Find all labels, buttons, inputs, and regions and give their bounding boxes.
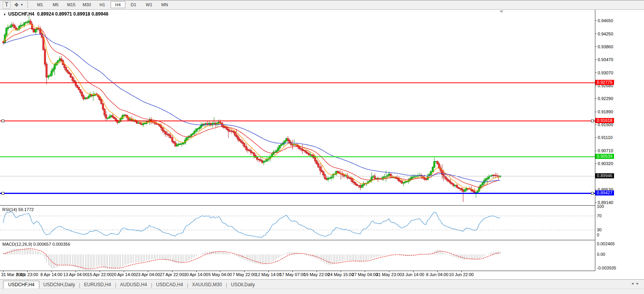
rsi-axis-label: 100 [597, 204, 604, 209]
macd-axis-label: 0.002465 [597, 241, 615, 246]
toolbar-grip [27, 2, 29, 8]
rsi-label: RSI(14) 59.1772 [2, 207, 34, 212]
price-line-label: 0.92775 [595, 80, 614, 85]
price-line-label: 0.89946 [595, 173, 614, 178]
timeframe-button-w1[interactable]: W1 [142, 1, 157, 8]
timeframe-button-h1[interactable]: H1 [95, 1, 110, 8]
date-label: 30 Apr 14:00 [184, 272, 208, 277]
date-label: 13 Apr 04:00 [63, 272, 88, 277]
price-line-label: 0.90539 [595, 154, 614, 159]
date-label: 7 May 22:00 [232, 272, 256, 277]
date-label: 27 May 04:00 [352, 272, 378, 277]
price-tick-label: 0.93070 [595, 70, 613, 75]
rsi-axis-label: 70 [597, 213, 602, 218]
timeframe-button-mn[interactable]: MN [157, 1, 172, 8]
price-tick-label: 0.94250 [595, 32, 613, 36]
symbol-timeframe: USDCHF,H4 [8, 11, 34, 17]
rsi-axis-label: 0 [597, 232, 599, 237]
date-label: 31 May 23:00 [376, 272, 402, 277]
arrows-glyph: ✥ [14, 2, 19, 8]
tab-scroll-left-icon[interactable]: ◂ [632, 281, 637, 285]
chart-ohlc-readout: ▼USDCHF,H4 0.89924 0.89971 0.89918 0.899… [3, 11, 108, 17]
tab-scroll-right-icon[interactable]: ▸ [637, 281, 642, 285]
timeframe-button-m30[interactable]: M30 [79, 1, 94, 8]
date-label: 3 Jun 14:00 [402, 272, 424, 277]
chart-tab[interactable]: USDCAD,H4 [152, 281, 187, 289]
chart-tab[interactable]: AUDUSD,H4 [116, 281, 151, 289]
chart-tab[interactable]: USOil,Daily [227, 281, 259, 289]
price-line-label: 0.89427 [595, 190, 614, 195]
status-strip [0, 289, 644, 294]
timeframe-button-m1[interactable]: M1 [33, 1, 48, 8]
price-chart-canvas[interactable] [0, 10, 595, 205]
date-label: 8 Apr 14:00 [40, 272, 62, 277]
chart-tab[interactable]: EURUSD,H4 [80, 281, 115, 289]
price-tick-label: 0.94650 [595, 18, 613, 23]
text-tool-icon[interactable]: T [3, 1, 11, 9]
line-drag-handle[interactable] [591, 120, 594, 122]
rsi-axis-label: 30 [597, 227, 602, 232]
collapse-triangle-icon[interactable]: ▼ [3, 13, 6, 16]
date-label: 5 Apr 23:00 [16, 272, 38, 277]
chart-tab-bar: USDCHF,H4USDCNH,Daily|EURUSD,H4|AUDUSD,H… [0, 279, 644, 289]
chevron-down-icon[interactable]: ▼ [20, 3, 23, 7]
tab-scroll-arrows: ◂▸ [632, 281, 642, 285]
line-drag-handle[interactable] [2, 192, 4, 195]
date-label: 24 May 15:00 [328, 272, 354, 277]
chart-shift-marker[interactable] [500, 11, 503, 13]
price-tick-label: 0.91110 [595, 135, 612, 140]
arrow-objects-icon[interactable]: ✥ ▼ [14, 2, 23, 8]
date-label: 20 Apr 14:00 [112, 272, 136, 277]
macd-axis-label: 0.00 [597, 252, 605, 257]
price-tick-label: 0.91890 [595, 109, 613, 114]
mt4-window: T ✥ ▼ M1M5M15M30H1H4D1W1MN ▼USDCHF,H4 0.… [0, 0, 644, 294]
chart-tab[interactable]: XAUUSD,M30 [188, 281, 226, 289]
top-toolbar: T ✥ ▼ M1M5M15M30H1H4D1W1MN [0, 0, 644, 10]
date-label: 19 May 22:00 [304, 272, 330, 277]
timeframe-button-m5[interactable]: M5 [48, 1, 63, 8]
macd-axis-label: -0.003935 [597, 266, 616, 270]
panel-separator[interactable] [0, 205, 595, 206]
macd-panel-canvas[interactable] [0, 240, 595, 271]
rsi-panel-canvas[interactable] [0, 206, 595, 240]
date-axis[interactable]: 31 Mar 20215 Apr 23:008 Apr 14:0013 Apr … [0, 271, 644, 279]
ohlc-values: 0.89924 0.89971 0.89918 0.89946 [37, 11, 109, 17]
date-label: 5 May 04:00 [208, 272, 232, 277]
price-line-label: 0.91618 [595, 118, 614, 123]
chart-tab[interactable]: USDCHF,H4 [3, 281, 39, 289]
panel-separator[interactable] [0, 240, 595, 240]
timeframe-toolbar: M1M5M15M30H1H4D1W1MN [32, 1, 172, 8]
price-tick-label: 0.90320 [595, 161, 613, 166]
price-tick-label: 0.92290 [595, 96, 613, 101]
timeframe-button-h4[interactable]: H4 [111, 1, 125, 8]
chart-tab[interactable]: USDCNH,Daily [39, 281, 79, 289]
date-label: 23 Apr 04:00 [135, 272, 160, 277]
price-tick-label: 0.93470 [595, 57, 613, 62]
price-tick-label: 0.90710 [595, 148, 613, 153]
timeframe-button-m15[interactable]: M15 [64, 1, 79, 8]
date-label: 12 May 14:00 [255, 272, 282, 277]
line-drag-handle[interactable] [2, 120, 4, 122]
date-label: 15 Apr 22:00 [88, 272, 112, 277]
price-tick-label: 0.93860 [595, 44, 613, 49]
date-label: 17 May 07:00 [280, 272, 306, 277]
timeframe-button-d1[interactable]: D1 [126, 1, 141, 8]
line-drag-handle[interactable] [591, 192, 594, 195]
date-label: 8 Jun 04:00 [426, 272, 449, 277]
chart-window-top-border [0, 0, 644, 0]
macd-label: MACD(12,26,9) 0.000657 0.000356 [2, 242, 70, 246]
date-label: 10 Jun 22:00 [449, 272, 474, 277]
date-label: 27 Apr 22:00 [160, 272, 184, 277]
